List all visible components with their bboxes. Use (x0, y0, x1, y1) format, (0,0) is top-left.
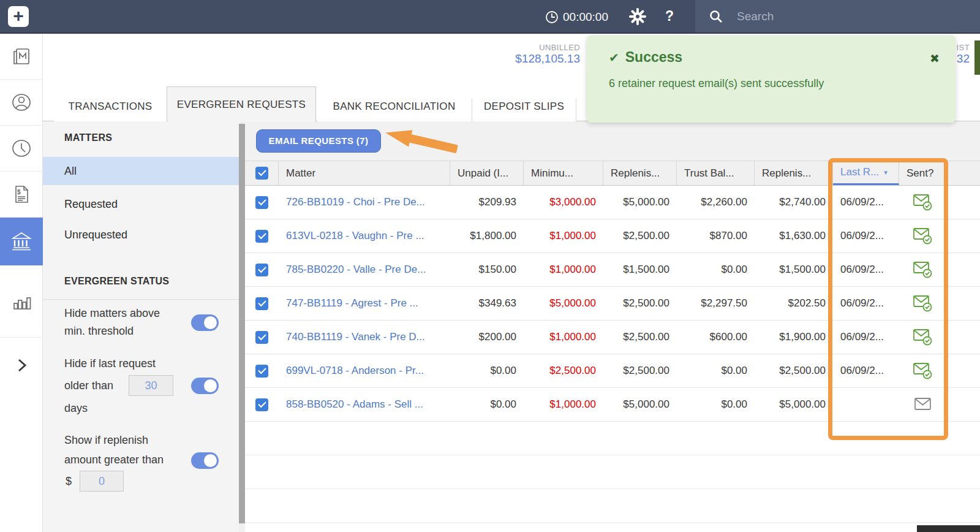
tab-transactions[interactable]: TRANSACTIONS (54, 92, 167, 121)
matters-heading: MATTERS (64, 132, 112, 143)
tab-evergreen-requests[interactable]: EVERGREEN REQUESTS (167, 86, 316, 122)
global-search[interactable]: Search (695, 0, 980, 32)
table-row[interactable]: 699VL-0718 - Anderson - Pr... $0.00 $2,5… (245, 354, 980, 388)
email-requests-button[interactable]: EMAIL REQUESTS (7) (256, 129, 381, 153)
matter-filter-requested[interactable]: Requested (43, 190, 239, 218)
unpaid-cell: $349.63 (450, 287, 524, 320)
sent-status-icon[interactable] (913, 294, 933, 313)
toast-message: 6 retainer request email(s) sent success… (609, 77, 824, 90)
amount-input[interactable] (80, 471, 124, 492)
toast-edge-bar (974, 40, 980, 75)
tab-bank-reconciliation[interactable]: BANK RECONCILIATION (317, 92, 472, 121)
quick-add-button[interactable]: + (8, 6, 29, 27)
sort-caret-icon[interactable]: ▾ (884, 169, 888, 177)
table-row[interactable]: 726-BB1019 - Choi - Pre De... $209.93 $3… (245, 186, 980, 219)
clock-icon (10, 137, 32, 159)
column-filler (946, 161, 980, 185)
unbilled-amount[interactable]: $128,105.13 (458, 52, 580, 66)
column-replenish-2[interactable]: Replenis... (755, 161, 833, 185)
matter-link[interactable]: 747-BB1119 - Agrest - Pre ... (279, 287, 450, 320)
table-row[interactable]: 613VL-0218 - Vaughn - Pre ... $1,800.00 … (245, 219, 980, 253)
minimum-cell: $1,000.00 (524, 388, 603, 421)
table-row[interactable]: 740-BB1119 - Vanek - Pre D... $200.00 $1… (245, 321, 980, 354)
hide-matters-toggle[interactable] (191, 314, 219, 331)
bar-chart-icon (10, 291, 32, 313)
last-request-cell: 06/09/2... (833, 354, 899, 387)
help-button[interactable]: ? (665, 8, 674, 25)
matter-link[interactable]: 726-BB1019 - Choi - Pre De... (279, 186, 450, 219)
timer[interactable]: 00:00:00 (545, 0, 608, 34)
matter-link[interactable]: 858-BB0520 - Adams - Sell ... (279, 388, 450, 421)
sent-status-icon[interactable] (913, 395, 933, 414)
column-unpaid[interactable]: Unpaid (I... (450, 161, 524, 185)
matter-link[interactable]: 785-BB0220 - Valle - Pre De... (279, 253, 450, 286)
column-trust-balance[interactable]: Trust Bal... (677, 161, 755, 185)
last-request-cell (833, 388, 899, 421)
hide-matters-label-line1: Hide matters above (64, 307, 160, 320)
matter-filter-unrequested[interactable]: Unrequested (43, 221, 239, 249)
tab-separator (576, 98, 576, 121)
row-checkbox[interactable] (255, 331, 268, 344)
sidebar-item-contacts[interactable] (0, 80, 43, 126)
matter-link[interactable]: 613VL-0218 - Vaughn - Pre ... (279, 219, 450, 253)
days-input[interactable] (129, 375, 173, 396)
row-checkbox[interactable] (255, 365, 268, 378)
envelope-icon (913, 395, 933, 414)
row-checkbox[interactable] (255, 297, 268, 310)
trust-balance-cell: $0.00 (677, 253, 755, 286)
sidebar-item-reports[interactable] (0, 265, 43, 338)
sent-status-icon[interactable] (913, 328, 933, 346)
matter-link[interactable]: 740-BB1119 - Vanek - Pre D... (279, 321, 450, 354)
sidebar-item-time[interactable] (0, 126, 43, 172)
trust-balance-cell: $0.00 (677, 354, 755, 387)
envelope-sent-icon (913, 362, 933, 380)
column-last-request[interactable]: Last R... ▾ (833, 161, 899, 185)
envelope-sent-icon (913, 227, 933, 245)
last-request-cell: 06/09/2... (833, 321, 899, 354)
hide-old-label-line3: days (64, 402, 88, 415)
select-all-checkbox[interactable] (255, 167, 268, 180)
empty-table-row (245, 489, 980, 523)
trust-balance-cell: $2,260.00 (677, 186, 755, 219)
column-minimum[interactable]: Minimu... (524, 161, 603, 185)
settings-button[interactable] (628, 7, 647, 26)
column-replenish-1[interactable]: Replenis... (603, 161, 677, 185)
row-checkbox[interactable] (255, 196, 268, 209)
row-checkbox[interactable] (255, 230, 268, 243)
panel-scrollbar-thumb[interactable] (239, 124, 245, 523)
sent-status-icon[interactable] (913, 193, 933, 211)
sidebar-item-banking[interactable] (0, 218, 43, 265)
sent-status-icon[interactable] (913, 227, 933, 245)
trust-balance-cell: $600.00 (677, 321, 755, 354)
envelope-sent-icon (913, 193, 933, 211)
panel-scrollbar-track[interactable] (239, 121, 245, 532)
unpaid-cell: $150.00 (450, 253, 524, 286)
sidebar-item-billing[interactable]: $ (0, 172, 43, 218)
matter-filter-all[interactable]: All (43, 157, 239, 185)
row-checkbox[interactable] (255, 398, 268, 411)
trust-balance-cell: $2,297.50 (677, 287, 755, 320)
sent-status-icon[interactable] (913, 362, 933, 380)
table-row[interactable]: 785-BB0220 - Valle - Pre De... $150.00 $… (245, 253, 980, 287)
unpaid-cell: $209.93 (450, 186, 524, 219)
last-request-cell: 06/09/2... (833, 186, 899, 219)
toast-close-icon[interactable]: ✖ (930, 51, 940, 66)
column-sent[interactable]: Sent? (899, 161, 946, 185)
column-matter[interactable]: Matter (279, 161, 450, 185)
toast-title-text: Success (625, 49, 682, 65)
matter-link[interactable]: 699VL-0718 - Anderson - Pr... (279, 354, 450, 387)
tab-deposit-slips[interactable]: DEPOSIT SLIPS (472, 92, 576, 121)
table-row[interactable]: 747-BB1119 - Agrest - Pre ... $349.63 $5… (245, 287, 980, 321)
last-request-cell: 06/09/2... (833, 253, 899, 286)
hide-old-toggle[interactable] (191, 378, 219, 394)
search-input[interactable]: Search (737, 10, 774, 23)
table-row[interactable]: 858-BB0520 - Adams - Sell ... $0.00 $1,0… (245, 388, 980, 422)
success-toast: ✔Success ✖ 6 retainer request email(s) s… (587, 36, 956, 123)
sent-status-icon[interactable] (913, 260, 933, 279)
sidebar-item-matters[interactable] (0, 34, 43, 80)
sidebar-expand-button[interactable] (0, 338, 43, 393)
show-replenish-toggle[interactable] (191, 452, 219, 469)
select-all-cell (245, 161, 279, 185)
unpaid-cell: $200.00 (450, 321, 524, 354)
row-checkbox[interactable] (255, 264, 268, 276)
